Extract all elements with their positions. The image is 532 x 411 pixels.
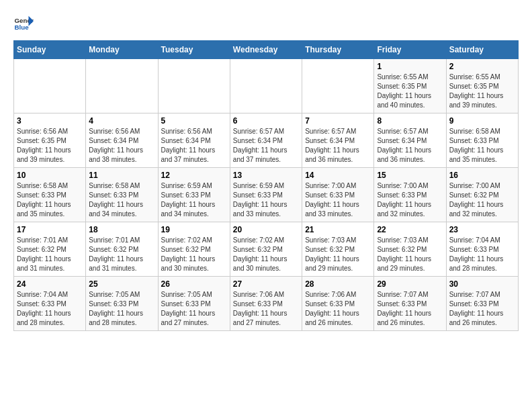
calendar-cell: 13Sunrise: 6:59 AM Sunset: 6:33 PM Dayli…	[230, 168, 302, 222]
calendar-cell: 1Sunrise: 6:55 AM Sunset: 6:35 PM Daylig…	[374, 59, 446, 113]
day-info: Sunrise: 6:56 AM Sunset: 6:34 PM Dayligh…	[89, 127, 154, 165]
day-number: 18	[89, 225, 154, 234]
calendar-cell: 22Sunrise: 7:03 AM Sunset: 6:32 PM Dayli…	[374, 222, 446, 277]
calendar-cell: 10Sunrise: 6:58 AM Sunset: 6:33 PM Dayli…	[14, 168, 86, 222]
calendar-cell: 3Sunrise: 6:56 AM Sunset: 6:35 PM Daylig…	[14, 113, 86, 168]
calendar-cell: 27Sunrise: 7:06 AM Sunset: 6:33 PM Dayli…	[230, 277, 302, 331]
calendar-cell	[230, 59, 302, 113]
day-info: Sunrise: 7:05 AM Sunset: 6:33 PM Dayligh…	[161, 290, 227, 328]
day-info: Sunrise: 6:55 AM Sunset: 6:35 PM Dayligh…	[377, 73, 443, 110]
calendar-cell: 9Sunrise: 6:58 AM Sunset: 6:33 PM Daylig…	[446, 113, 518, 168]
calendar-cell	[14, 59, 86, 113]
week-row-2: 3Sunrise: 6:56 AM Sunset: 6:35 PM Daylig…	[14, 113, 519, 168]
day-info: Sunrise: 6:58 AM Sunset: 6:33 PM Dayligh…	[449, 127, 515, 165]
weekday-header-wednesday: Wednesday	[230, 41, 302, 59]
day-info: Sunrise: 6:57 AM Sunset: 6:34 PM Dayligh…	[305, 127, 371, 165]
day-info: Sunrise: 7:00 AM Sunset: 6:33 PM Dayligh…	[305, 181, 371, 219]
calendar-cell: 12Sunrise: 6:59 AM Sunset: 6:33 PM Dayli…	[158, 168, 230, 222]
day-number: 27	[233, 279, 299, 289]
week-row-1: 1Sunrise: 6:55 AM Sunset: 6:35 PM Daylig…	[14, 59, 519, 113]
day-number: 11	[89, 171, 154, 180]
day-info: Sunrise: 6:56 AM Sunset: 6:35 PM Dayligh…	[17, 127, 83, 165]
calendar-cell: 24Sunrise: 7:04 AM Sunset: 6:33 PM Dayli…	[14, 277, 86, 331]
day-number: 2	[449, 62, 515, 71]
day-info: Sunrise: 7:07 AM Sunset: 6:33 PM Dayligh…	[449, 290, 515, 328]
weekday-header-row: SundayMondayTuesdayWednesdayThursdayFrid…	[14, 41, 519, 59]
calendar-cell: 30Sunrise: 7:07 AM Sunset: 6:33 PM Dayli…	[446, 277, 518, 331]
day-number: 22	[377, 225, 443, 234]
day-info: Sunrise: 6:58 AM Sunset: 6:33 PM Dayligh…	[17, 181, 83, 219]
calendar-cell: 4Sunrise: 6:56 AM Sunset: 6:34 PM Daylig…	[86, 113, 158, 168]
calendar-cell: 23Sunrise: 7:04 AM Sunset: 6:33 PM Dayli…	[446, 222, 518, 277]
day-number: 30	[449, 279, 515, 289]
calendar-cell	[86, 59, 158, 113]
weekday-header-saturday: Saturday	[446, 41, 518, 59]
day-number: 12	[161, 171, 227, 180]
calendar-body: 1Sunrise: 6:55 AM Sunset: 6:35 PM Daylig…	[14, 59, 519, 331]
calendar-cell: 28Sunrise: 7:06 AM Sunset: 6:33 PM Dayli…	[302, 277, 374, 331]
calendar-header: SundayMondayTuesdayWednesdayThursdayFrid…	[14, 41, 519, 59]
calendar-cell: 7Sunrise: 6:57 AM Sunset: 6:34 PM Daylig…	[302, 113, 374, 168]
calendar-cell	[302, 59, 374, 113]
day-number: 10	[17, 171, 83, 180]
day-number: 20	[233, 225, 299, 234]
day-number: 1	[377, 62, 443, 71]
day-number: 9	[449, 116, 515, 126]
day-info: Sunrise: 6:57 AM Sunset: 6:34 PM Dayligh…	[377, 127, 443, 165]
day-info: Sunrise: 7:04 AM Sunset: 6:33 PM Dayligh…	[17, 290, 83, 328]
logo: General Blue	[13, 13, 34, 34]
day-info: Sunrise: 7:02 AM Sunset: 6:32 PM Dayligh…	[161, 236, 227, 273]
calendar-cell: 5Sunrise: 6:56 AM Sunset: 6:34 PM Daylig…	[158, 113, 230, 168]
day-info: Sunrise: 6:59 AM Sunset: 6:33 PM Dayligh…	[233, 181, 299, 219]
weekday-header-sunday: Sunday	[14, 41, 86, 59]
day-number: 14	[305, 171, 371, 180]
calendar-cell: 16Sunrise: 7:00 AM Sunset: 6:32 PM Dayli…	[446, 168, 518, 222]
day-info: Sunrise: 6:59 AM Sunset: 6:33 PM Dayligh…	[161, 181, 227, 219]
day-info: Sunrise: 7:03 AM Sunset: 6:32 PM Dayligh…	[377, 236, 443, 273]
calendar-cell: 2Sunrise: 6:55 AM Sunset: 6:35 PM Daylig…	[446, 59, 518, 113]
day-info: Sunrise: 6:57 AM Sunset: 6:34 PM Dayligh…	[233, 127, 299, 165]
calendar-cell: 8Sunrise: 6:57 AM Sunset: 6:34 PM Daylig…	[374, 113, 446, 168]
day-number: 4	[89, 116, 154, 126]
calendar-cell: 20Sunrise: 7:02 AM Sunset: 6:32 PM Dayli…	[230, 222, 302, 277]
day-number: 6	[233, 116, 299, 126]
day-info: Sunrise: 6:56 AM Sunset: 6:34 PM Dayligh…	[161, 127, 227, 165]
day-info: Sunrise: 6:55 AM Sunset: 6:35 PM Dayligh…	[449, 73, 515, 110]
day-info: Sunrise: 7:03 AM Sunset: 6:32 PM Dayligh…	[305, 236, 371, 273]
week-row-5: 24Sunrise: 7:04 AM Sunset: 6:33 PM Dayli…	[14, 277, 519, 331]
day-number: 26	[161, 279, 227, 289]
day-number: 24	[17, 279, 83, 289]
day-info: Sunrise: 7:00 AM Sunset: 6:32 PM Dayligh…	[449, 181, 515, 219]
calendar-cell: 26Sunrise: 7:05 AM Sunset: 6:33 PM Dayli…	[158, 277, 230, 331]
day-number: 13	[233, 171, 299, 180]
day-number: 23	[449, 225, 515, 234]
calendar-table: SundayMondayTuesdayWednesdayThursdayFrid…	[13, 40, 519, 331]
day-info: Sunrise: 7:06 AM Sunset: 6:33 PM Dayligh…	[233, 290, 299, 328]
weekday-header-friday: Friday	[374, 41, 446, 59]
header: General Blue	[13, 13, 519, 34]
day-number: 3	[17, 116, 83, 126]
calendar-cell: 19Sunrise: 7:02 AM Sunset: 6:32 PM Dayli…	[158, 222, 230, 277]
day-info: Sunrise: 7:00 AM Sunset: 6:33 PM Dayligh…	[377, 181, 443, 219]
calendar-cell: 29Sunrise: 7:07 AM Sunset: 6:33 PM Dayli…	[374, 277, 446, 331]
day-number: 28	[305, 279, 371, 289]
day-number: 8	[377, 116, 443, 126]
calendar-cell: 17Sunrise: 7:01 AM Sunset: 6:32 PM Dayli…	[14, 222, 86, 277]
day-number: 25	[89, 279, 154, 289]
week-row-4: 17Sunrise: 7:01 AM Sunset: 6:32 PM Dayli…	[14, 222, 519, 277]
day-info: Sunrise: 7:04 AM Sunset: 6:33 PM Dayligh…	[449, 236, 515, 273]
day-info: Sunrise: 7:02 AM Sunset: 6:32 PM Dayligh…	[233, 236, 299, 273]
day-info: Sunrise: 6:58 AM Sunset: 6:33 PM Dayligh…	[89, 181, 154, 219]
calendar-cell	[158, 59, 230, 113]
calendar-cell: 11Sunrise: 6:58 AM Sunset: 6:33 PM Dayli…	[86, 168, 158, 222]
calendar-cell: 18Sunrise: 7:01 AM Sunset: 6:32 PM Dayli…	[86, 222, 158, 277]
day-number: 19	[161, 225, 227, 234]
calendar-cell: 25Sunrise: 7:05 AM Sunset: 6:33 PM Dayli…	[86, 277, 158, 331]
day-info: Sunrise: 7:07 AM Sunset: 6:33 PM Dayligh…	[377, 290, 443, 328]
day-number: 7	[305, 116, 371, 126]
weekday-header-monday: Monday	[86, 41, 158, 59]
day-number: 29	[377, 279, 443, 289]
weekday-header-thursday: Thursday	[302, 41, 374, 59]
day-number: 21	[305, 225, 371, 234]
day-number: 17	[17, 225, 83, 234]
